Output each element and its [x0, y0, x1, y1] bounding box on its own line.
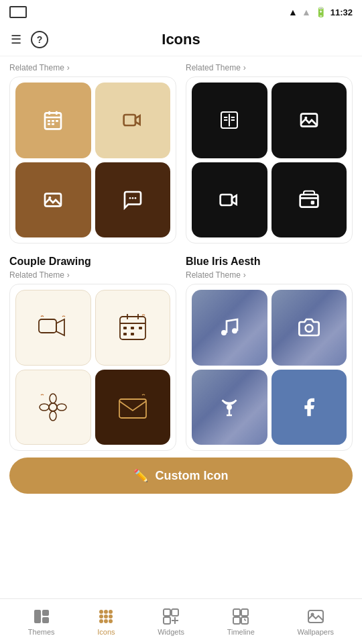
- wallet-icon-cell[interactable]: [272, 162, 347, 238]
- svg-rect-17: [221, 195, 232, 205]
- calendar-icon-cell[interactable]: [15, 83, 91, 158]
- calendar-sketch-cell[interactable]: [95, 290, 171, 366]
- svg-point-31: [50, 394, 56, 403]
- status-right: ▲ ▲ 🔋 11:32: [288, 7, 353, 17]
- related-theme-link-3[interactable]: Related Theme ›: [9, 270, 176, 280]
- chevron-right-icon-1: ›: [67, 63, 70, 72]
- flower-sketch-icon: [36, 390, 70, 425]
- icons-nav-label: Icons: [97, 628, 115, 636]
- photo-icon: [42, 189, 64, 211]
- svg-rect-53: [172, 609, 178, 616]
- status-bar: ▲ ▲ 🔋 11:32: [0, 0, 362, 23]
- svg-rect-8: [52, 123, 54, 125]
- black-icon-grid-box: [186, 76, 353, 244]
- themes-icon: [33, 608, 50, 625]
- photo-icon-cell-2[interactable]: [272, 83, 347, 158]
- svg-point-37: [232, 329, 237, 334]
- svg-rect-20: [39, 319, 56, 333]
- svg-rect-27: [139, 327, 142, 329]
- svg-point-44: [104, 610, 108, 614]
- wallpapers-icon: [307, 608, 324, 625]
- calendar-icon: [42, 109, 64, 131]
- video-icon: [122, 109, 143, 131]
- menu-icon[interactable]: ☰: [11, 32, 21, 47]
- svg-rect-56: [241, 609, 248, 616]
- brown-icon-grid: [15, 83, 170, 237]
- black-icon-grid: [192, 83, 347, 237]
- message-icon: [122, 189, 143, 211]
- svg-point-43: [99, 610, 103, 614]
- bottom-titles-row: Couple Drawing Related Theme ›: [9, 249, 353, 451]
- nav-timeline[interactable]: Timeline: [221, 605, 261, 639]
- blue-iris-title-card: Blue Iris Aesth Related Theme ›: [186, 249, 353, 451]
- svg-point-34: [57, 404, 66, 411]
- time-display: 11:32: [330, 7, 353, 17]
- widgets-nav-label: Widgets: [158, 628, 184, 636]
- camera-icon-cell[interactable]: [272, 290, 347, 366]
- book-icon: [219, 109, 240, 131]
- svg-rect-35: [119, 399, 146, 418]
- related-theme-link-1[interactable]: Related Theme ›: [9, 63, 176, 72]
- related-theme-link-2[interactable]: Related Theme ›: [186, 63, 353, 72]
- svg-point-33: [40, 404, 49, 411]
- nav-widgets[interactable]: Widgets: [151, 605, 191, 639]
- svg-rect-25: [123, 327, 127, 329]
- photo-icon-cell-1[interactable]: [15, 162, 91, 238]
- related-theme-label-2: Related Theme: [186, 63, 241, 72]
- mail-sketch-icon: [115, 390, 150, 425]
- svg-rect-54: [164, 617, 170, 624]
- svg-point-13: [131, 197, 133, 199]
- related-theme-label-1: Related Theme: [9, 63, 64, 72]
- svg-rect-9: [123, 115, 135, 125]
- timeline-icon: [232, 608, 249, 625]
- timeline-nav-label: Timeline: [227, 628, 255, 636]
- flower-sketch-cell[interactable]: [15, 370, 91, 445]
- svg-point-47: [104, 614, 108, 619]
- svg-rect-26: [131, 327, 134, 329]
- related-theme-link-4[interactable]: Related Theme ›: [186, 270, 353, 280]
- svg-rect-52: [164, 609, 170, 616]
- mail-sketch-cell[interactable]: [95, 370, 171, 445]
- svg-point-49: [99, 619, 103, 623]
- facebook-icon-cell[interactable]: [272, 370, 347, 445]
- related-theme-label-4: Related Theme: [186, 270, 241, 280]
- svg-point-32: [50, 411, 56, 421]
- book-icon-cell[interactable]: [192, 83, 267, 158]
- video-camera-icon: [219, 189, 240, 211]
- svg-rect-7: [48, 123, 50, 125]
- video-sketch-cell[interactable]: [15, 290, 91, 366]
- app-icon-placeholder: [9, 6, 27, 18]
- music-icon-cell[interactable]: [192, 290, 267, 366]
- help-label: ?: [37, 34, 43, 45]
- pencil-icon: ✏️: [133, 468, 148, 483]
- chevron-right-icon-3: ›: [67, 270, 70, 280]
- video-icon-cell-2[interactable]: [192, 162, 267, 238]
- nav-wallpapers[interactable]: Wallpapers: [290, 605, 341, 639]
- message-icon-cell[interactable]: [95, 162, 171, 238]
- help-button[interactable]: ?: [31, 31, 48, 48]
- svg-rect-55: [233, 609, 240, 616]
- podcast-icon: [219, 396, 240, 418]
- calendar-sketch-icon: [115, 310, 150, 345]
- svg-point-46: [99, 614, 103, 619]
- wallet-icon: [298, 189, 320, 211]
- svg-point-12: [129, 197, 131, 199]
- svg-rect-5: [52, 120, 54, 122]
- black-theme-card: Related Theme ›: [186, 63, 353, 244]
- battery-icon: 🔋: [315, 7, 326, 17]
- svg-point-50: [104, 619, 108, 623]
- nav-themes[interactable]: Themes: [21, 605, 62, 639]
- podcast-icon-cell[interactable]: [192, 370, 267, 445]
- blue-icon-grid-box: [186, 284, 353, 451]
- video-icon-cell-1[interactable]: [95, 83, 171, 158]
- svg-rect-28: [123, 333, 127, 335]
- custom-icon-button[interactable]: ✏️ Custom Icon: [9, 458, 353, 494]
- header: ☰ ? Icons: [0, 23, 362, 56]
- svg-point-45: [109, 610, 113, 614]
- main-content: Related Theme ›: [0, 56, 362, 598]
- nav-icons[interactable]: Icons: [90, 605, 121, 639]
- custom-icon-label: Custom Icon: [155, 469, 228, 483]
- svg-point-51: [109, 619, 113, 623]
- svg-point-48: [109, 614, 113, 619]
- widgets-icon: [162, 608, 180, 625]
